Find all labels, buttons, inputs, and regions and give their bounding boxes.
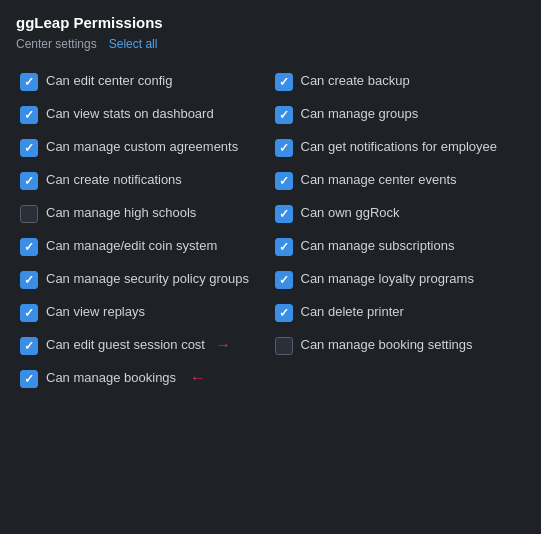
perm-item-manage-booking-settings[interactable]: Can manage booking settings bbox=[271, 329, 526, 362]
checkbox-manage-groups[interactable] bbox=[275, 106, 293, 124]
perm-item-manage-center-events[interactable]: Can manage center events bbox=[271, 164, 526, 197]
perm-item-manage-edit-coin-system[interactable]: Can manage/edit coin system bbox=[16, 230, 271, 263]
checkbox-edit-center-config[interactable] bbox=[20, 73, 38, 91]
checkbox-create-backup[interactable] bbox=[275, 73, 293, 91]
perm-item-create-notifications[interactable]: Can create notifications bbox=[16, 164, 271, 197]
perm-label-manage-loyalty-programs: Can manage loyalty programs bbox=[301, 270, 474, 288]
checkbox-manage-subscriptions[interactable] bbox=[275, 238, 293, 256]
checkbox-edit-guest-session-cost[interactable] bbox=[20, 337, 38, 355]
perm-label-own-ggrock: Can own ggRock bbox=[301, 204, 400, 222]
perm-label-manage-security-policy-groups: Can manage security policy groups bbox=[46, 270, 249, 288]
perm-item-view-stats-dashboard[interactable]: Can view stats on dashboard bbox=[16, 98, 271, 131]
section-label: Center settings bbox=[16, 37, 97, 51]
checkbox-manage-booking-settings[interactable] bbox=[275, 337, 293, 355]
perm-label-manage-high-schools: Can manage high schools bbox=[46, 204, 196, 222]
checkbox-view-stats-dashboard[interactable] bbox=[20, 106, 38, 124]
perm-item-manage-custom-agreements[interactable]: Can manage custom agreements bbox=[16, 131, 271, 164]
perm-item-delete-printer[interactable]: Can delete printer bbox=[271, 296, 526, 329]
perm-item-manage-security-policy-groups[interactable]: Can manage security policy groups bbox=[16, 263, 271, 296]
checkbox-manage-security-policy-groups[interactable] bbox=[20, 271, 38, 289]
perm-item-create-backup[interactable]: Can create backup bbox=[271, 65, 526, 98]
perm-label-get-notifications-employee: Can get notifications for employee bbox=[301, 138, 498, 156]
perm-item-edit-center-config[interactable]: Can edit center config bbox=[16, 65, 271, 98]
checkbox-view-replays[interactable] bbox=[20, 304, 38, 322]
perm-item-manage-loyalty-programs[interactable]: Can manage loyalty programs bbox=[271, 263, 526, 296]
checkbox-manage-loyalty-programs[interactable] bbox=[275, 271, 293, 289]
perm-label-create-notifications: Can create notifications bbox=[46, 171, 182, 189]
perm-item-manage-subscriptions[interactable]: Can manage subscriptions bbox=[271, 230, 526, 263]
checkbox-manage-center-events[interactable] bbox=[275, 172, 293, 190]
perm-item-manage-groups[interactable]: Can manage groups bbox=[271, 98, 526, 131]
checkbox-manage-high-schools[interactable] bbox=[20, 205, 38, 223]
page-title: ggLeap Permissions bbox=[16, 14, 525, 31]
checkbox-manage-bookings[interactable] bbox=[20, 370, 38, 388]
checkbox-manage-edit-coin-system[interactable] bbox=[20, 238, 38, 256]
perm-label-manage-center-events: Can manage center events bbox=[301, 171, 457, 189]
perm-label-edit-guest-session-cost: Can edit guest session cost bbox=[46, 336, 205, 354]
checkbox-get-notifications-employee[interactable] bbox=[275, 139, 293, 157]
perm-item-edit-guest-session-cost[interactable]: Can edit guest session cost→ bbox=[16, 329, 271, 362]
perm-item-get-notifications-employee[interactable]: Can get notifications for employee bbox=[271, 131, 526, 164]
checkbox-own-ggrock[interactable] bbox=[275, 205, 293, 223]
perm-label-manage-subscriptions: Can manage subscriptions bbox=[301, 237, 455, 255]
perm-item-view-replays[interactable]: Can view replays bbox=[16, 296, 271, 329]
checkbox-delete-printer[interactable] bbox=[275, 304, 293, 322]
arrow-left-icon: ← bbox=[190, 369, 206, 387]
perm-label-edit-center-config: Can edit center config bbox=[46, 72, 172, 90]
perm-label-manage-custom-agreements: Can manage custom agreements bbox=[46, 138, 238, 156]
select-all-button[interactable]: Select all bbox=[109, 37, 158, 51]
perm-label-delete-printer: Can delete printer bbox=[301, 303, 404, 321]
perm-label-manage-groups: Can manage groups bbox=[301, 105, 419, 123]
perm-item-manage-high-schools[interactable]: Can manage high schools bbox=[16, 197, 271, 230]
checkbox-manage-custom-agreements[interactable] bbox=[20, 139, 38, 157]
perm-label-manage-edit-coin-system: Can manage/edit coin system bbox=[46, 237, 217, 255]
perm-item-own-ggrock[interactable]: Can own ggRock bbox=[271, 197, 526, 230]
checkbox-create-notifications[interactable] bbox=[20, 172, 38, 190]
perm-label-view-stats-dashboard: Can view stats on dashboard bbox=[46, 105, 214, 123]
perm-label-manage-bookings: Can manage bookings bbox=[46, 369, 176, 387]
perm-label-manage-booking-settings: Can manage booking settings bbox=[301, 336, 473, 354]
arrow-right-icon: → bbox=[215, 336, 231, 354]
perm-label-create-backup: Can create backup bbox=[301, 72, 410, 90]
perm-label-view-replays: Can view replays bbox=[46, 303, 145, 321]
perm-item-manage-bookings[interactable]: Can manage bookings← bbox=[16, 362, 271, 395]
